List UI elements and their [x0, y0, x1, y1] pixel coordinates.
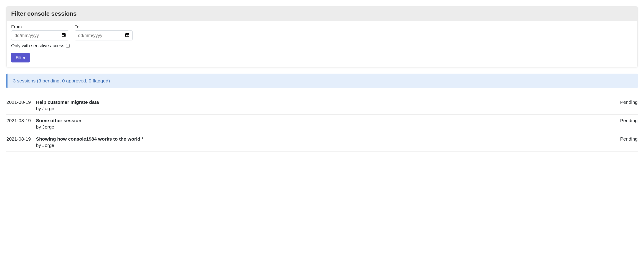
to-date-input[interactable] [75, 30, 133, 40]
session-date: 2021-08-19 [6, 133, 36, 151]
from-date-input[interactable] [11, 30, 69, 40]
session-title: Some other session [36, 118, 610, 123]
session-info: Showing how console1984 works to the wor… [36, 133, 610, 151]
session-date: 2021-08-19 [6, 96, 36, 115]
session-status: Pending [610, 115, 638, 133]
sessions-summary-alert: 3 sessions (3 pending, 0 approved, 0 fla… [6, 74, 638, 88]
table-row[interactable]: 2021-08-19 Showing how console1984 works… [6, 133, 638, 151]
table-row[interactable]: 2021-08-19 Some other session by Jorge P… [6, 115, 638, 133]
filter-card-header: Filter console sessions [6, 6, 638, 21]
session-info: Help customer migrate data by Jorge [36, 96, 610, 115]
sensitive-access-row: Only with sensitive access [11, 43, 633, 48]
filter-heading: Filter console sessions [11, 10, 633, 17]
from-field-group: From [11, 24, 69, 40]
session-date: 2021-08-19 [6, 115, 36, 133]
sessions-table: 2021-08-19 Help customer migrate data by… [6, 96, 638, 151]
session-info: Some other session by Jorge [36, 115, 610, 133]
sensitive-access-label: Only with sensitive access [11, 43, 64, 48]
sessions-summary-text: 3 sessions (3 pending, 0 approved, 0 fla… [13, 78, 110, 83]
filter-card-body: From To [6, 21, 638, 67]
to-field-group: To [75, 24, 133, 40]
filter-card: Filter console sessions From [6, 6, 638, 67]
date-range-row: From To [11, 24, 633, 40]
sensitive-access-checkbox[interactable] [66, 44, 70, 48]
session-author: by Jorge [36, 106, 610, 111]
session-title: Showing how console1984 works to the wor… [36, 136, 610, 142]
to-label: To [75, 24, 133, 29]
filter-button[interactable]: Filter [11, 53, 30, 62]
session-status: Pending [610, 133, 638, 151]
session-title: Help customer migrate data [36, 100, 610, 105]
session-author: by Jorge [36, 124, 610, 130]
to-input-wrap [75, 30, 133, 40]
session-author: by Jorge [36, 143, 610, 148]
session-status: Pending [610, 96, 638, 115]
from-input-wrap [11, 30, 69, 40]
table-row[interactable]: 2021-08-19 Help customer migrate data by… [6, 96, 638, 115]
from-label: From [11, 24, 69, 29]
